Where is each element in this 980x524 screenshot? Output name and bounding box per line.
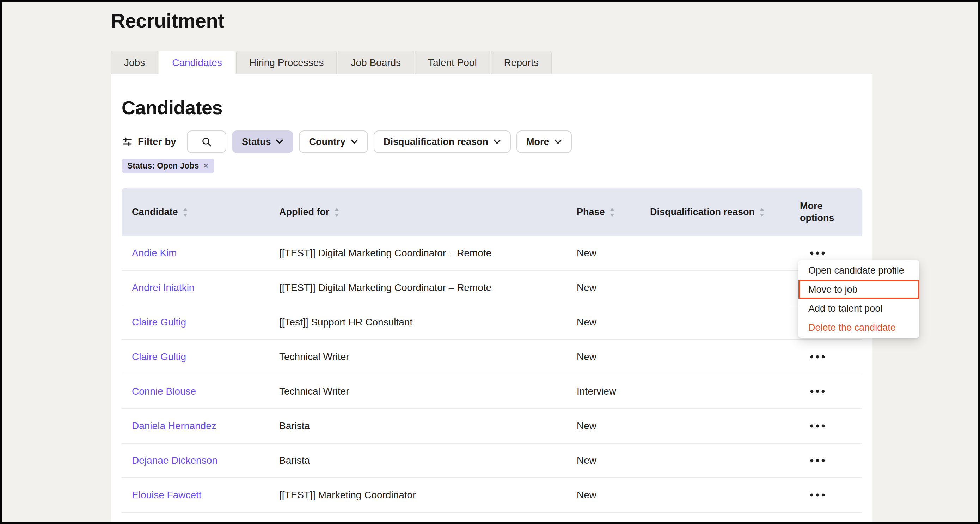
candidates-table: CandidateApplied forPhaseDisqualificatio…: [122, 188, 862, 513]
search-icon: [201, 136, 212, 147]
filter-button-label: More: [526, 137, 549, 147]
candidates-heading: Candidates: [122, 97, 862, 118]
phase-cell: Interview: [577, 386, 650, 397]
candidate-name-link[interactable]: Andrei Iniatkin: [132, 282, 194, 293]
applied-for-cell: [[TEST]] Marketing Coordinator: [279, 489, 577, 501]
filter-sliders-icon: [122, 136, 133, 147]
candidate-name-link[interactable]: Elouise Fawcett: [132, 489, 202, 500]
chevron-down-icon: [276, 139, 283, 144]
page-title: Recruitment: [111, 9, 224, 32]
filter-button-more[interactable]: More: [516, 131, 572, 153]
candidate-name-link[interactable]: Claire Gultig: [132, 351, 186, 362]
ellipsis-icon: [810, 355, 825, 358]
column-header-label: More options: [800, 200, 858, 224]
candidate-row: Claire Gultig[[Test]] Support HR Consult…: [122, 305, 862, 340]
filter-button-status[interactable]: Status: [232, 131, 294, 153]
applied-for-cell: [[Test]] Support HR Consultant: [279, 317, 577, 328]
tab-candidates[interactable]: Candidates: [159, 51, 235, 74]
ellipsis-icon: [810, 252, 825, 255]
column-header-label: Phase: [577, 207, 605, 218]
candidate-row: Daniela HernandezBaristaNew: [122, 409, 862, 444]
chevron-down-icon: [350, 139, 358, 144]
row-more-options-button[interactable]: [800, 247, 825, 259]
phase-cell: New: [577, 351, 650, 363]
phase-cell: New: [577, 248, 650, 259]
column-header-more-options: More options: [800, 200, 862, 224]
row-more-options-button[interactable]: [800, 489, 825, 501]
phase-cell: New: [577, 317, 650, 328]
menu-item-open-candidate-profile[interactable]: Open candidate profile: [799, 261, 919, 280]
active-filters-row: Status: Open Jobs ×: [122, 159, 862, 173]
filter-button-label: Disqualification reason: [383, 137, 488, 147]
ellipsis-icon: [810, 424, 825, 428]
candidate-name-link[interactable]: Claire Gultig: [132, 317, 186, 328]
applied-for-cell: Technical Writer: [279, 386, 577, 397]
filter-row: Filter by StatusCountryDisqualification …: [122, 131, 862, 153]
menu-item-delete-the-candidate[interactable]: Delete the candidate: [799, 318, 919, 337]
candidate-row: Elouise Fawcett[[TEST]] Marketing Coordi…: [122, 478, 862, 513]
search-button[interactable]: [187, 131, 226, 153]
ellipsis-icon: [810, 390, 825, 393]
row-more-options-button[interactable]: [800, 454, 825, 467]
applied-for-cell: [[TEST]] Digital Marketing Coordinator –…: [279, 248, 577, 259]
column-header-phase[interactable]: Phase: [577, 207, 650, 218]
candidate-name-link[interactable]: Andie Kim: [132, 248, 177, 258]
tab-hiring-processes[interactable]: Hiring Processes: [236, 51, 337, 74]
sort-arrows-icon: [182, 207, 188, 218]
sort-arrows-icon: [334, 207, 340, 218]
row-more-options-button[interactable]: [800, 385, 825, 397]
filter-chip-status-open-jobs[interactable]: Status: Open Jobs ×: [122, 159, 214, 173]
table-body: Andie Kim[[TEST]] Digital Marketing Coor…: [122, 236, 862, 513]
tab-talent-pool[interactable]: Talent Pool: [415, 51, 490, 74]
filter-buttons: StatusCountryDisqualification reasonMore: [232, 131, 572, 153]
candidate-row: Dejanae DickensonBaristaNew: [122, 444, 862, 478]
tab-jobs[interactable]: Jobs: [111, 51, 158, 74]
filter-button-disqualification-reason[interactable]: Disqualification reason: [374, 131, 511, 153]
filter-chip-label: Status: Open Jobs: [127, 161, 199, 170]
applied-for-cell: [[TEST]] Digital Marketing Coordinator –…: [279, 282, 577, 293]
tab-reports[interactable]: Reports: [491, 51, 552, 74]
candidate-name-link[interactable]: Dejanae Dickenson: [132, 455, 218, 466]
column-header-label: Candidate: [132, 207, 178, 218]
candidate-row: Andie Kim[[TEST]] Digital Marketing Coor…: [122, 236, 862, 271]
phase-cell: New: [577, 420, 650, 432]
applied-for-cell: Barista: [279, 420, 577, 432]
candidate-row: Andrei Iniatkin[[TEST]] Digital Marketin…: [122, 271, 862, 305]
row-more-options-button[interactable]: [800, 420, 825, 432]
applied-for-cell: Barista: [279, 455, 577, 466]
chevron-down-icon: [493, 139, 501, 144]
column-header-label: Applied for: [279, 207, 329, 218]
sort-arrows-icon: [759, 207, 765, 218]
table-header-row: CandidateApplied forPhaseDisqualificatio…: [122, 188, 862, 236]
row-context-menu: Open candidate profileMove to jobAdd to …: [799, 260, 919, 338]
candidate-name-link[interactable]: Daniela Hernandez: [132, 420, 216, 431]
column-header-applied-for[interactable]: Applied for: [279, 207, 577, 218]
filter-button-label: Status: [242, 137, 271, 147]
tab-job-boards[interactable]: Job Boards: [338, 51, 414, 74]
chevron-down-icon: [554, 139, 562, 144]
tab-bar: JobsCandidatesHiring ProcessesJob Boards…: [111, 51, 552, 74]
filter-button-label: Country: [309, 137, 345, 147]
candidate-row: Connie BlouseTechnical WriterInterview: [122, 374, 862, 409]
applied-for-cell: Technical Writer: [279, 351, 577, 363]
phase-cell: New: [577, 455, 650, 466]
menu-item-add-to-talent-pool[interactable]: Add to talent pool: [799, 299, 919, 318]
ellipsis-icon: [810, 459, 825, 462]
candidates-panel: Candidates Filter by: [111, 74, 872, 524]
column-header-candidate[interactable]: Candidate: [122, 207, 279, 218]
candidate-name-link[interactable]: Connie Blouse: [132, 386, 196, 397]
chip-close-icon[interactable]: ×: [203, 161, 209, 170]
column-header-disqualification-reason[interactable]: Disqualification reason: [650, 207, 800, 218]
sort-arrows-icon: [609, 207, 615, 218]
candidate-row: Claire GultigTechnical WriterNew: [122, 340, 862, 374]
filter-button-country[interactable]: Country: [299, 131, 368, 153]
column-header-label: Disqualification reason: [650, 207, 755, 218]
phase-cell: New: [577, 489, 650, 501]
phase-cell: New: [577, 282, 650, 293]
menu-item-move-to-job[interactable]: Move to job: [799, 280, 919, 299]
ellipsis-icon: [810, 493, 825, 497]
filter-by-label: Filter by: [138, 136, 176, 147]
filter-by: Filter by: [122, 136, 176, 147]
row-more-options-button[interactable]: [800, 351, 825, 363]
